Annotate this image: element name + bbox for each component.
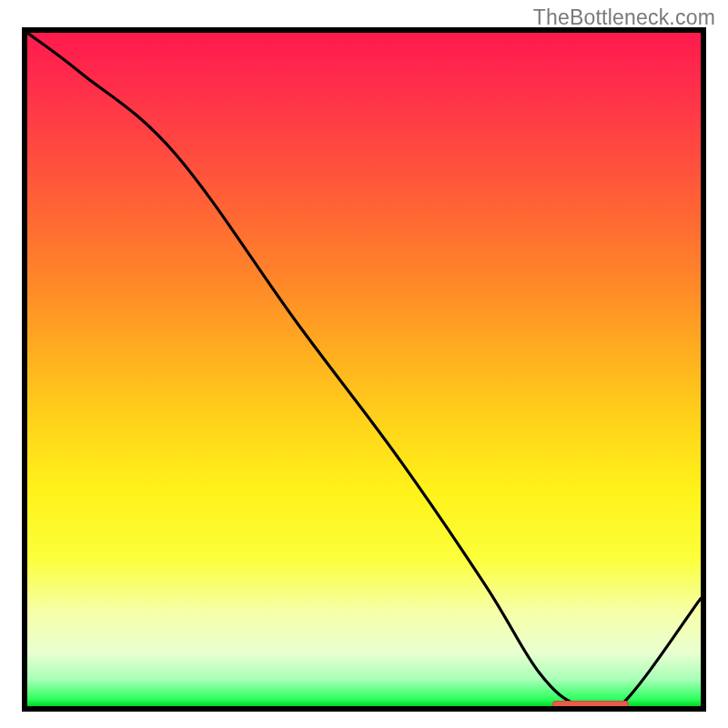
chart-stage: TheBottleneck.com bbox=[0, 0, 728, 728]
bottleneck-curve bbox=[27, 33, 701, 706]
optimal-range-marker bbox=[552, 701, 628, 706]
plot-frame-outer bbox=[22, 27, 706, 712]
plot-area bbox=[27, 33, 701, 706]
bottleneck-curve-path bbox=[27, 33, 701, 706]
watermark-text: TheBottleneck.com bbox=[533, 5, 715, 30]
